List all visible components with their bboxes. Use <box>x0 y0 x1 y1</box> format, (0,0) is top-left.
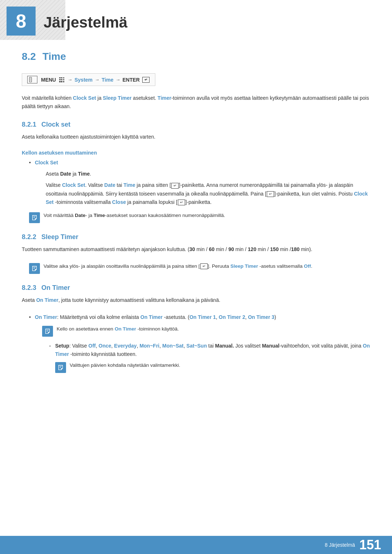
sleep-timer-note-text: Valitse aika ylös- ja alaspäin osoittavi… <box>44 262 312 270</box>
note-icon-3 <box>42 326 53 337</box>
subsection-8-2-3-title: 8.2.3 On Timer <box>22 284 370 292</box>
sleep-timer-body: Tuotteen sammuttaminen automaattisesti m… <box>22 245 370 254</box>
clock-set-item-label: Clock Set <box>35 160 58 165</box>
footer: 8 Järjestelmä 151 <box>0 536 392 554</box>
on-timer-sub-note: Kello on asetettava ennen On Timer -toim… <box>42 325 370 337</box>
page-wrapper: 8 Järjestelmä 8.2 Time MENU <box>0 0 392 554</box>
main-content: 8.2 Time MENU → System <box>0 51 392 407</box>
enter-icon-inline-3: ↵ <box>178 200 185 205</box>
on-timer-item-text: : Määritettynä voi olla kolme erilaista … <box>57 314 276 320</box>
clock-set-bullets: Clock Set Aseta Date ja Time. Valitse Cl… <box>22 159 370 206</box>
on-timer-sub-bullets: Setup: Valitse Off, Once, Everyday, Mon~… <box>35 342 370 373</box>
setup-text: : Valitse Off, Once, Everyday, Mon~Fri, … <box>55 343 370 357</box>
menu-label: MENU <box>41 77 56 83</box>
sub-sub-note-text: Valittujen päivien kohdalla näytetään va… <box>70 361 180 369</box>
time-label: Time <box>102 77 113 83</box>
note-icon-2 <box>29 263 40 274</box>
note-icon-1 <box>29 212 40 223</box>
sleep-timer-note: Valitse aika ylös- ja alaspäin osoittavi… <box>29 262 370 274</box>
chapter-title: Järjestelmä <box>44 14 127 31</box>
clock-set-subheading: Kellon asetuksen muuttaminen <box>22 150 370 156</box>
note-svg-1 <box>31 214 38 221</box>
subsection-8-2-1-label: Clock set <box>41 121 70 128</box>
clock-set-note: Voit määrittää Date- ja Time-asetukset s… <box>29 212 370 223</box>
on-timer-bullets: On Timer: Määritettynä voi olla kolme er… <box>22 313 370 373</box>
section-title: 8.2 Time <box>22 51 370 62</box>
clock-set-note-text: Voit määrittää Date- ja Time-asetukset s… <box>44 212 225 219</box>
subsection-8-2-1-number: 8.2.1 <box>22 121 36 128</box>
chapter-badge: 8 <box>7 7 36 36</box>
on-timer-bullet-1: On Timer: Määritettynä voi olla kolme er… <box>29 313 370 373</box>
on-timer-sub-sub-note: Valittujen päivien kohdalla näytetään va… <box>55 361 370 373</box>
arrow2: → <box>95 77 99 82</box>
remote-svg-icon <box>29 77 36 82</box>
arrow3: → <box>115 77 120 82</box>
subsection-8-2-2-label: Sleep Timer <box>41 233 78 241</box>
setup-label: Setup <box>55 343 69 349</box>
section-number: 8.2 <box>22 51 36 62</box>
system-label: System <box>74 77 93 83</box>
grid-icon <box>59 77 64 82</box>
clock-set-body: Aseta kellonaika tuotteen ajastustoimint… <box>22 133 370 141</box>
on-timer-body: Aseta On Timer, jotta tuote käynnistyy a… <box>22 296 370 304</box>
clock-set-item-detail-2: Valitse Clock Set. Valitse Date tai Time… <box>35 181 370 206</box>
menu-path-bar: MENU → System → Time → ENTER ↵ <box>22 73 155 86</box>
clock-set-item-detail-1: Aseta Date ja Time. <box>35 170 370 178</box>
enter-icon-inline-2: ↵ <box>267 191 274 197</box>
section-label: Time <box>42 51 66 62</box>
note-icon-4 <box>55 362 66 373</box>
chapter-number: 8 <box>16 10 26 32</box>
footer-text: 8 Järjestelmä <box>325 542 355 548</box>
menu-remote-icon <box>27 76 37 83</box>
subsection-8-2-1-title: 8.2.1 Clock set <box>22 121 370 128</box>
note-svg-4 <box>57 364 64 371</box>
subsection-8-2-3-number: 8.2.3 <box>22 284 36 292</box>
enter-icon-inline-1: ↵ <box>171 183 179 189</box>
enter-icon-inline-4: ↵ <box>200 263 208 269</box>
on-timer-item-label: On Timer <box>35 314 57 320</box>
subsection-8-2-2-title: 8.2.2 Sleep Timer <box>22 233 370 241</box>
on-timer-sub-note-text: Kello on asetettava ennen On Timer -toim… <box>57 325 179 333</box>
subsection-8-2-2-number: 8.2.2 <box>22 233 36 241</box>
subsection-8-2-3-label: On Timer <box>41 284 70 292</box>
intro-text: Voit määritellä kohtien Clock Set ja Sle… <box>22 94 370 111</box>
note-svg-2 <box>31 265 38 272</box>
arrow1: → <box>68 77 72 82</box>
footer-page-number: 151 <box>359 537 381 553</box>
enter-icon: ↵ <box>142 77 150 83</box>
note-svg-3 <box>44 328 51 335</box>
clock-set-bullet-1: Clock Set Aseta Date ja Time. Valitse Cl… <box>29 159 370 206</box>
on-timer-setup-item: Setup: Valitse Off, Once, Everyday, Mon~… <box>49 342 370 373</box>
enter-label: ENTER <box>122 77 139 83</box>
